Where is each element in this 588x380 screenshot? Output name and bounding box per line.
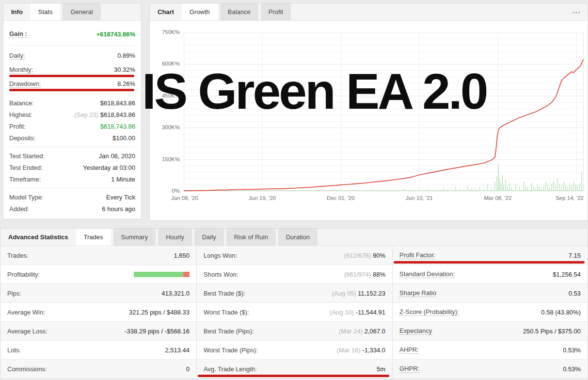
stat-value-text: 8.26%: [117, 80, 135, 87]
cell-value: 7.15: [569, 252, 581, 259]
cell-label: Average Win:: [7, 309, 45, 316]
stat-label: Added:: [9, 205, 29, 213]
y-axis-label: 600K%: [151, 61, 180, 66]
stat-label: Deposits:: [9, 134, 35, 142]
tab-profit[interactable]: Profit: [261, 3, 291, 20]
table-row-z-score-probability: Z-Score (Probability):0.58 (43.80%): [393, 303, 588, 322]
table-row-worst-trade-pips: Worst Trade (Pips):(Mar 16) -1,334.0: [197, 341, 392, 360]
divider: [9, 188, 135, 188]
stat-value: $618,743.86: [100, 123, 135, 130]
x-axis-label: Jan 08, '20: [171, 195, 198, 201]
red-marker-line: [394, 261, 585, 264]
cell-value: $1,256.54: [553, 271, 581, 278]
table-row-longs-won: Longs Won:(612/676) 90%: [197, 246, 392, 265]
tab-trades[interactable]: Trades: [76, 229, 111, 246]
table-column-2: Longs Won:(612/676) 90%Shorts Won:(861/9…: [196, 246, 392, 379]
table-row-sharpe-ratio: Sharpe Ratio0.53: [393, 284, 588, 303]
cell-label: Worst Trade (Pips):: [204, 347, 258, 354]
stat-label: Highest:: [9, 111, 32, 118]
tab-hourly[interactable]: Hourly: [158, 229, 192, 246]
profitability-bar: [134, 272, 190, 277]
tab-balance[interactable]: Balance: [220, 3, 258, 20]
tab-duration[interactable]: Duration: [278, 229, 318, 246]
table-row-avg-trade-length: Avg. Trade Length:5m: [197, 360, 392, 379]
red-marker-line: [198, 375, 389, 377]
cell-label: Profit Factor:: [399, 251, 435, 259]
cell-label: Best Trade (Pips):: [204, 328, 254, 335]
tab-general[interactable]: General: [63, 3, 100, 20]
table-row-ghpr: GHPR:0.53%: [393, 360, 588, 379]
cell-value: 250.5 Pips / $375.00: [523, 328, 581, 335]
stat-value: 6 hours ago: [102, 205, 135, 213]
x-axis-label: Dec 01, '20: [327, 195, 355, 201]
stat-value-text: 30.32%: [114, 66, 135, 73]
tab-daily[interactable]: Daily: [194, 229, 224, 246]
stat-value: 8.26%: [117, 80, 135, 87]
cell-value: -338.29 pips / -$568.16: [125, 328, 190, 335]
y-axis-label: 450K%: [151, 93, 180, 99]
stat-value-text: +618743.86%: [96, 31, 135, 38]
table-row-shorts-won: Shorts Won:(861/974) 88%: [197, 265, 392, 284]
table-row-trades: Trades:1,650: [0, 246, 196, 265]
stat-row-monthly: Monthly:30.32%: [9, 63, 135, 77]
profitability-bar-win: [134, 272, 183, 277]
stat-value: 30.32%: [114, 66, 135, 73]
cell-value-date: (Mar 16): [337, 347, 363, 354]
advanced-tabbar: Advanced StatisticsTradesSummaryHourlyDa…: [0, 229, 588, 246]
x-axis-label: Jun 10, '21: [406, 195, 433, 201]
panel-title-chart: Chart: [150, 3, 182, 20]
table-row-profit-factor: Profit Factor:7.15: [393, 246, 588, 265]
cell-label: Trades:: [7, 252, 29, 259]
growth-line: [184, 60, 584, 191]
stats-panel: InfoStatsGeneral Gain :+618743.86%Daily:…: [3, 3, 142, 219]
tab-growth[interactable]: Growth: [182, 3, 218, 20]
table-row-average-loss: Average Loss:-338.29 pips / -$568.16: [0, 322, 196, 341]
cell-value: (Mar 16) -1,334.0: [337, 347, 385, 354]
stats-body: Gain :+618743.86%Daily:0.89%Monthly:30.3…: [3, 21, 141, 215]
stat-row-test-ended: Test Ended:Yesterday at 03:00: [9, 162, 135, 173]
stat-value-text: $618,843.86: [100, 99, 135, 107]
advanced-statistics-panel: Advanced StatisticsTradesSummaryHourlyDa…: [0, 228, 588, 379]
cell-label: Profitability:: [7, 271, 40, 278]
table-row-pips: Pips:413,321.0: [0, 284, 196, 303]
stat-row-timeframe: Timeframe:1 Minute: [9, 173, 135, 185]
stat-value-text: 6 hours ago: [102, 205, 135, 213]
table-row-best-trade-pips: Best Trade (Pips):(Mar 24) 2,067.0: [197, 322, 392, 341]
stat-label: Monthly:: [9, 66, 33, 74]
stat-value: (Sep 23) $618,843.86: [74, 111, 135, 118]
tab-summary[interactable]: Summary: [113, 229, 156, 246]
cell-value-date: (Aug 05): [332, 290, 358, 297]
stat-label: Daily:: [9, 52, 25, 60]
cell-label: Lots:: [7, 347, 21, 354]
table-row-expectancy: Expectancy250.5 Pips / $375.00: [393, 322, 588, 341]
advanced-table: Trades:1,650Profitability:Pips:413,321.0…: [0, 246, 588, 379]
tab-risk-of-ruin[interactable]: Risk of Ruin: [226, 229, 276, 246]
cell-value: 0.53%: [563, 365, 581, 373]
tab-stats[interactable]: Stats: [31, 3, 61, 20]
cell-value: 0.58 (43.80%): [541, 309, 581, 316]
cell-value: (Mar 24) 2,067.0: [339, 328, 385, 335]
stat-value-text: Jan 08, 2020: [99, 152, 135, 160]
tab-info[interactable]: Info: [3, 3, 31, 20]
table-row-commissions: Commissions:0: [0, 360, 196, 379]
cell-label: Sharpe Ratio: [399, 289, 436, 297]
table-row-average-win: Average Win:321.25 pips / $488.33: [0, 303, 196, 322]
stat-row-added: Added:6 hours ago: [9, 203, 135, 215]
stat-label: Gain :: [9, 30, 27, 38]
cell-value-date: (Mar 24): [339, 328, 365, 335]
cell-value: 1,650: [174, 252, 190, 259]
table-row-profitability: Profitability:: [0, 265, 196, 284]
cell-label: Longs Won:: [204, 252, 237, 259]
cell-value-date: (861/974): [344, 271, 373, 278]
cell-label: Worst Trade ($):: [204, 309, 249, 316]
stat-value: Every Tick: [106, 194, 135, 201]
cell-value: 413,321.0: [161, 290, 190, 297]
table-row-ahpr: AHPR:0.53%: [393, 341, 588, 360]
chart-menu-icon[interactable]: ⋯: [572, 3, 581, 21]
stat-value-text: 1 Minute: [111, 176, 135, 183]
divider: [9, 94, 135, 94]
cell-label: Avg. Trade Length:: [204, 365, 257, 373]
table-column-1: Trades:1,650Profitability:Pips:413,321.0…: [0, 246, 196, 379]
cell-value: (861/974) 88%: [344, 271, 385, 278]
cell-value: 321.25 pips / $488.33: [129, 309, 190, 316]
